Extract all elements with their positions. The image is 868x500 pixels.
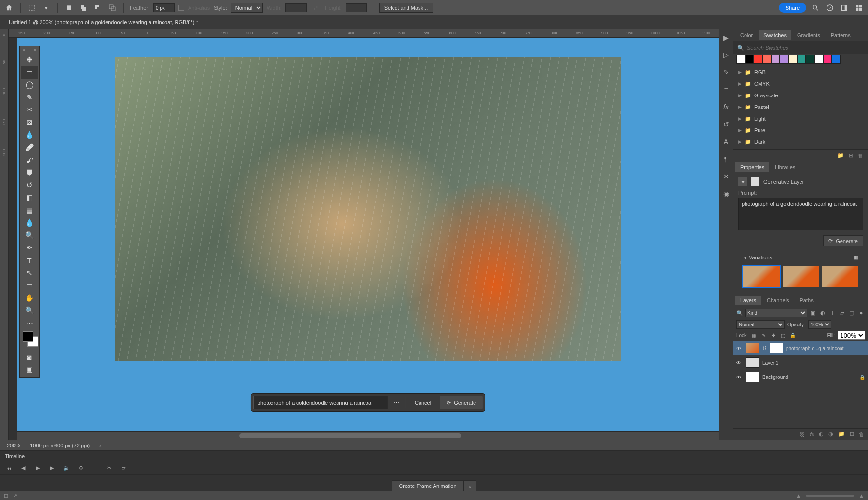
layer-thumb[interactable] [746,343,760,353]
quick-select-tool[interactable]: ✎ [21,91,38,104]
brush-tool[interactable]: 🖌 [21,154,38,166]
intersect-selection-icon[interactable] [107,2,118,13]
tab-color[interactable]: Color [735,30,758,40]
close-panel-icon[interactable]: × [23,48,25,54]
filter-search-icon[interactable]: 🔍 [736,310,743,316]
filter-adjust-icon[interactable]: ◐ [819,309,827,317]
expand-panel-icon[interactable]: » [34,48,36,54]
status-chevron-icon[interactable]: › [99,443,101,448]
gradient-tool[interactable]: ▤ [21,204,38,216]
layer-row[interactable]: 👁 Background 🔒 [733,370,868,384]
tab-layers[interactable]: Layers [735,296,761,305]
dock-brushes-icon[interactable]: ✎ [721,68,731,77]
marquee-preset-icon[interactable] [27,2,37,13]
lock-position-icon[interactable]: ✥ [770,332,777,339]
next-frame-icon[interactable]: ▶| [48,464,56,472]
lock-transparency-icon[interactable]: ▦ [751,332,758,339]
blur-tool[interactable]: 💧 [21,216,38,229]
dock-comments-icon[interactable]: ◉ [721,189,731,199]
swatch-chip[interactable] [762,55,771,64]
share-button[interactable]: Share [779,3,806,13]
dock-play-icon[interactable]: ▷ [721,50,731,60]
swatch-folder[interactable]: ▶📁RGB [733,67,868,78]
doc-dimensions[interactable]: 1000 px x 600 px (72 ppi) [30,443,90,448]
feather-input[interactable] [153,3,175,12]
create-frame-dropdown[interactable]: ⌄ [463,481,476,492]
pen-tool[interactable]: ✒ [21,242,38,254]
variations-header[interactable]: ▼ Variations ▦ [738,251,863,263]
dock-history-icon[interactable]: ↺ [721,120,731,129]
history-brush-tool[interactable]: ↺ [21,179,38,191]
visibility-icon[interactable]: 👁 [736,375,743,380]
eyedropper-tool[interactable]: 💧 [21,129,38,141]
home-button[interactable] [4,2,14,13]
blend-mode-select[interactable]: Normal [736,320,785,329]
tab-gradients[interactable]: Gradients [792,30,825,40]
type-tool[interactable]: T [21,254,38,267]
add-selection-icon[interactable] [78,2,89,13]
zoom-level[interactable]: 200% [7,443,20,448]
fx-icon[interactable]: fx [810,432,814,437]
pasteboard[interactable]: ⋯ Cancel ⟳Generate [17,38,719,431]
swatch-folder[interactable]: ▶📁Grayscale [733,90,868,101]
layer-row[interactable]: 👁 ⛓ photograph o...g a raincoat [733,341,868,355]
dock-type-icon[interactable]: A [721,137,731,147]
dodge-tool[interactable]: 🔍 [21,229,38,242]
transition-icon[interactable]: ▱ [120,464,127,472]
swatch-chip[interactable] [832,55,841,64]
prompt-textarea[interactable]: photograph of a goldendoodle wearing a r… [738,198,863,230]
dock-adjust-icon[interactable]: ≡ [721,85,731,95]
help-icon[interactable]: ? [825,2,835,13]
zoom-out-slider-icon[interactable]: ▲ [796,493,801,499]
delete-layer-icon[interactable]: 🗑 [859,432,864,437]
workspace-icon[interactable] [839,2,850,13]
swatch-chip[interactable] [823,55,832,64]
gen-prompt-input[interactable] [253,396,388,409]
path-select-tool[interactable]: ↖ [21,267,38,279]
tab-paths[interactable]: Paths [795,296,818,305]
swatch-chip[interactable] [780,55,788,64]
swatch-chip[interactable] [771,55,780,64]
layer-thumb[interactable] [746,372,760,382]
delete-swatch-icon[interactable]: 🗑 [858,153,863,159]
layer-mask-thumb[interactable] [770,343,783,353]
edit-toolbar-icon[interactable]: ⋯ [21,317,38,329]
opacity-select[interactable]: 100% [808,320,831,329]
style-select[interactable]: Normal [231,3,263,13]
audio-icon[interactable]: 🔈 [63,464,70,472]
gen-more-icon[interactable]: ⋯ [390,396,404,409]
link-layers-icon[interactable]: ⛓ [800,432,805,437]
swatch-folder[interactable]: ▶📁Dark [733,136,868,148]
subtract-selection-icon[interactable] [93,2,103,13]
swatch-chip[interactable] [814,55,823,64]
tab-patterns[interactable]: Patterns [826,30,855,40]
rectangle-tool[interactable]: ▭ [21,279,38,292]
timeline-zoom-slider[interactable] [806,495,854,497]
quick-mask-tool[interactable]: ◙ [21,351,38,363]
new-layer-icon[interactable]: ⊞ [850,431,854,437]
frame-tool[interactable]: ⊠ [21,116,38,129]
visibility-icon[interactable]: 👁 [736,346,743,351]
eraser-tool[interactable]: ◧ [21,191,38,204]
swatch-chip[interactable] [736,55,745,64]
arrange-icon[interactable] [854,2,864,13]
swatch-chip[interactable] [754,55,762,64]
tab-properties[interactable]: Properties [735,162,769,172]
tab-swatches[interactable]: Swatches [759,30,791,40]
prev-frame-icon[interactable]: ◀ [19,464,27,472]
swatch-chip[interactable] [788,55,797,64]
play-icon[interactable]: ▶ [34,464,41,472]
crop-tool[interactable]: ✂ [21,104,38,116]
settings-icon[interactable]: ⚙ [77,464,85,472]
timeline-menu-icon[interactable]: ⊟ [4,493,8,499]
link-icon[interactable]: ⛓ [762,346,767,351]
new-selection-icon[interactable] [64,2,74,13]
filter-smart-icon[interactable]: ▢ [848,309,855,317]
timeline-header[interactable]: Timeline [0,450,868,461]
zoom-tool[interactable]: 🔍 [21,304,38,317]
lasso-tool[interactable]: ◯ [21,79,38,91]
new-swatch-icon[interactable]: ⊞ [849,152,853,159]
healing-tool[interactable]: 🩹 [21,141,38,154]
variation-thumb[interactable] [822,266,858,287]
swatch-chip[interactable] [797,55,806,64]
